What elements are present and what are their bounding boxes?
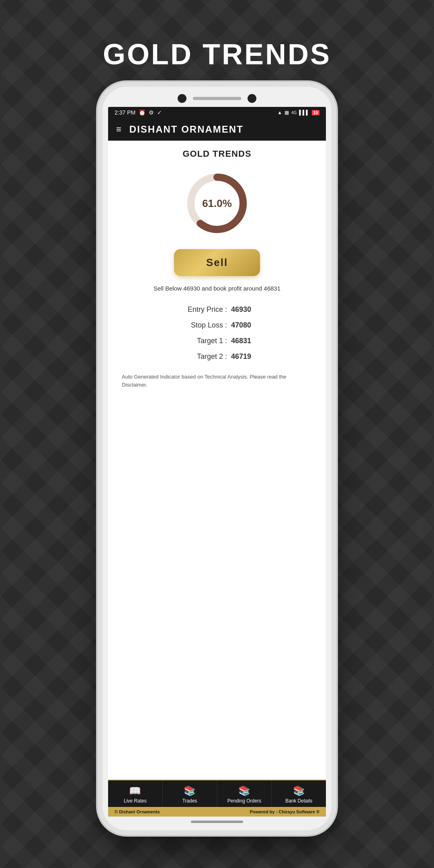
alarm-icon: ⏰ [139,109,145,116]
donut-chart: 61.0% [181,167,253,240]
sell-description: Sell Below 46930 and book profit around … [154,284,280,293]
footer-copyright: © Dishant Ornaments [115,809,160,814]
wifi-icon: ▲ [277,110,282,115]
battery-icon: 10 [312,110,319,115]
trades-label: Trades [182,798,197,804]
page-background-title: GOLD TRENDS [103,38,331,71]
4g-icon: 4G [291,111,297,115]
check-icon: ✓ [157,109,162,116]
pending-orders-icon: 📚 [238,785,250,796]
phone-screen: 2:37 PM ⏰ ⚙ ✓ ▲ ▦ 4G ▌▌▌ 10 ≡ DISHANT OR… [108,107,326,817]
camera-left [178,94,186,103]
phone-top [102,87,332,107]
status-left: 2:37 PM ⏰ ⚙ ✓ [115,109,162,116]
footer-bar: © Dishant Ornaments Powered by : Chirayu… [108,807,326,817]
target1-value: 46831 [231,337,263,345]
entry-price-label: Entry Price : [171,305,227,314]
nav-item-pending-orders[interactable]: 📚 Pending Orders [217,780,272,807]
trades-icon: 📚 [184,785,196,796]
status-bar: 2:37 PM ⏰ ⚙ ✓ ▲ ▦ 4G ▌▌▌ 10 [108,107,326,118]
trade-details: Entry Price : 46930 Stop Loss : 47080 Ta… [118,305,316,361]
settings-icon: ⚙ [149,109,154,116]
section-title: GOLD TRENDS [182,149,251,159]
chart-percentage-label: 61.0% [202,197,232,210]
target2-label: Target 2 : [171,352,227,361]
live-rates-icon: 📖 [129,785,141,796]
stop-loss-label: Stop Loss : [171,321,227,330]
hamburger-menu-icon[interactable]: ≡ [116,124,121,135]
target2-row: Target 2 : 46719 [126,352,308,361]
home-bar [191,821,243,823]
bank-details-label: Bank Details [285,798,312,804]
camera-right [248,94,256,103]
target2-value: 46719 [231,352,263,361]
status-right: ▲ ▦ 4G ▌▌▌ 10 [277,110,319,115]
entry-price-value: 46930 [231,305,263,314]
stop-loss-row: Stop Loss : 47080 [126,321,308,330]
sim-icon: ▦ [285,110,289,115]
main-content: GOLD TRENDS 61.0% Sell Sell Below 46930 … [108,141,326,780]
target1-label: Target 1 : [171,337,227,345]
target1-row: Target 1 : 46831 [126,337,308,345]
stop-loss-value: 47080 [231,321,263,330]
entry-price-row: Entry Price : 46930 [126,305,308,314]
signal-icon: ▌▌▌ [299,110,309,115]
phone-bottom [102,817,332,830]
speaker [193,97,241,100]
bank-details-icon: 📚 [293,785,305,796]
pending-orders-label: Pending Orders [227,798,261,804]
live-rates-label: Live Rates [124,798,147,804]
disclaimer-text: Auto Generated Indicator based on Techni… [118,373,316,390]
nav-item-live-rates[interactable]: 📖 Live Rates [108,780,163,807]
sell-button[interactable]: Sell [174,249,260,276]
nav-item-trades[interactable]: 📚 Trades [163,780,217,807]
bottom-nav: 📖 Live Rates 📚 Trades 📚 Pending Orders 📚… [108,780,326,807]
footer-powered-by: Powered by : Chirayu Software ® [250,809,319,814]
app-header: ≡ DISHANT ORNAMENT [108,118,326,141]
time-display: 2:37 PM [115,109,135,116]
nav-item-bank-details[interactable]: 📚 Bank Details [272,780,326,807]
phone-frame: 2:37 PM ⏰ ⚙ ✓ ▲ ▦ 4G ▌▌▌ 10 ≡ DISHANT OR… [102,87,332,830]
app-title: DISHANT ORNAMENT [129,124,244,135]
